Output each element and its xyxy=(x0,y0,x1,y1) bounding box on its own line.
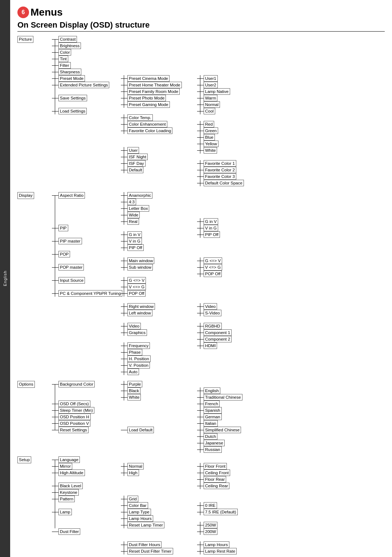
pop-g-swap-v: G <=> V xyxy=(127,277,146,284)
lang-english: English xyxy=(204,387,220,394)
preset-user2: User2 xyxy=(204,82,218,89)
fav-color-2: Favorite Color 2 xyxy=(204,167,236,174)
preset-normal: Normal xyxy=(204,101,220,108)
dust-filter-hours: Dust Filter Hours xyxy=(127,541,162,548)
lang-german: German xyxy=(204,414,222,420)
black-7-5-ire: 7.5 IRE (Default) xyxy=(204,509,238,516)
picture-extended: Extended Picture Settings xyxy=(58,82,109,89)
bg-white: White xyxy=(127,394,141,401)
mirror-floor-rear: Floor Rear xyxy=(204,476,226,483)
lang-spanish: Spanish xyxy=(204,407,222,414)
pattern-grid: Grid xyxy=(127,496,138,503)
real-v-in-g: V in G xyxy=(204,225,218,232)
setup-high-altitude: High Altitude xyxy=(58,469,85,476)
setup-language: Language xyxy=(58,456,80,463)
pattern-color-bar: Color Bar xyxy=(127,502,148,509)
load-default: Default xyxy=(127,167,143,174)
favorite-color-loading: Favorite Color Loading xyxy=(127,127,172,134)
lang-japanese: Japanese xyxy=(204,440,225,447)
pip-master-sub: Sub window xyxy=(127,264,153,271)
setup-pattern: Pattern xyxy=(58,496,75,503)
black-0-ire: 0 IRE xyxy=(204,502,217,509)
fav-color-1: Favorite Color 1 xyxy=(204,160,236,167)
graphics-component2: Component 2 xyxy=(204,336,232,343)
load-default-opt: Load Default xyxy=(127,427,154,434)
options-osd-v: OSD Position V xyxy=(58,420,90,427)
bg-black: Black xyxy=(127,387,140,394)
options-osd-h: OSD Position H xyxy=(58,414,91,420)
preset-warm: Warm xyxy=(204,95,217,102)
lang-dutch: Dutch xyxy=(204,433,217,440)
color-temp: Color Temp. xyxy=(127,114,153,121)
graphics-hdmi: HDMI xyxy=(204,342,217,349)
picture-contrast: Contrast xyxy=(58,36,77,43)
lamp-200w: 200W xyxy=(204,528,217,535)
bg-purple: Purple xyxy=(127,381,142,388)
osd-diagram: Picture Contrast Brightness Color Tint F… xyxy=(17,36,384,554)
preset-user1: User1 xyxy=(204,75,218,82)
preset-cinema: Preset Cinema Mode xyxy=(127,75,170,82)
display-input-source: Input Source xyxy=(58,277,85,284)
lamp-reset: Reset Lamp Timer xyxy=(127,522,164,529)
preset-gaming: Preset Gaming Mode xyxy=(127,101,170,108)
dust-reset-timer: Reset Dust Filter Timer xyxy=(127,548,173,555)
setup-lamp: Lamp xyxy=(58,509,72,516)
color-white: White xyxy=(204,147,217,154)
display-pop-master: POP master xyxy=(58,264,84,271)
lamp-250w: 250W xyxy=(204,522,217,529)
sub-pop-off: POP Off xyxy=(204,271,222,277)
input-graphics: Graphics xyxy=(127,329,147,336)
section-setup: Setup xyxy=(17,456,31,463)
pop-master-right: Right window xyxy=(127,303,155,310)
fav-color-3: Favorite Color 3 xyxy=(204,173,236,180)
picture-brightness: Brightness xyxy=(58,42,81,49)
section-display: Display xyxy=(17,192,34,199)
section-options: Options xyxy=(17,381,35,388)
main-content: 6 Menus On Screen Display (OSD) structur… xyxy=(10,0,392,557)
header: 6 Menus xyxy=(17,7,385,18)
picture-preset-mode: Preset Mode xyxy=(58,75,85,82)
display-pip-master: PIP master xyxy=(58,238,82,245)
picture-sharpness: Sharpness xyxy=(58,69,81,76)
lang-traditional-chinese: Traditional Chinese xyxy=(204,394,242,401)
color-red: Red xyxy=(204,121,214,128)
mirror-normal: Normal xyxy=(127,463,144,470)
setup-keystone: Keystone xyxy=(58,489,79,496)
color-yellow: Yellow xyxy=(204,141,219,147)
aspect-anamorphic: Anamorphic xyxy=(127,192,152,199)
mirror-ceiling-front: Ceiling Front xyxy=(204,469,230,476)
picture-filter: Filter xyxy=(58,62,71,69)
dust-lamp-hours: Lamp Hours xyxy=(204,541,229,548)
mirror-high: High xyxy=(127,469,139,476)
setup-mirror: Mirror xyxy=(58,463,72,470)
options-osd-off: OSD Off (Secs) xyxy=(58,401,90,407)
lang-russian: Russian xyxy=(204,446,222,453)
lang-simplified-chinese: Simplified Chinese xyxy=(204,427,241,434)
pop-v-swap-g: V <=> G xyxy=(127,284,146,290)
load-isf-day: ISF Day xyxy=(127,160,146,167)
left-video: Video xyxy=(204,303,217,310)
aspect-wide: Wide xyxy=(127,212,140,219)
dust-lamp-rest: Lamp Rest Rate xyxy=(204,548,237,555)
color-enhancement: Color Enhancement xyxy=(127,121,167,128)
sub-g-swap-v: G <=> V xyxy=(204,257,222,264)
picture-save: Save Settings xyxy=(58,95,87,102)
display-pop: POP xyxy=(58,251,70,258)
picture-tint: Tint xyxy=(58,56,68,62)
load-isf-night: ISF Night xyxy=(127,154,148,160)
preset-home: Preset Home Theater Mode xyxy=(127,82,182,89)
pop-off: POP Off xyxy=(127,290,146,297)
display-pip: PIP xyxy=(58,225,68,232)
lamp-type: Lamp Type xyxy=(127,509,151,516)
tuning-phase: Phase xyxy=(127,349,142,356)
page-subtitle: On Screen Display (OSD) structure xyxy=(17,20,385,32)
sidebar-label: English xyxy=(3,271,7,286)
graphics-component1: Component 1 xyxy=(204,329,232,336)
tuning-vpos: V. Position xyxy=(127,362,150,369)
chapter-logo: 6 xyxy=(17,7,29,18)
aspect-real: Real xyxy=(127,218,139,225)
preset-cool: Cool xyxy=(204,108,215,115)
header-title: Menus xyxy=(30,7,63,18)
input-video: Video xyxy=(127,323,141,330)
display-aspect-ratio: Aspect Ratio xyxy=(58,192,85,199)
